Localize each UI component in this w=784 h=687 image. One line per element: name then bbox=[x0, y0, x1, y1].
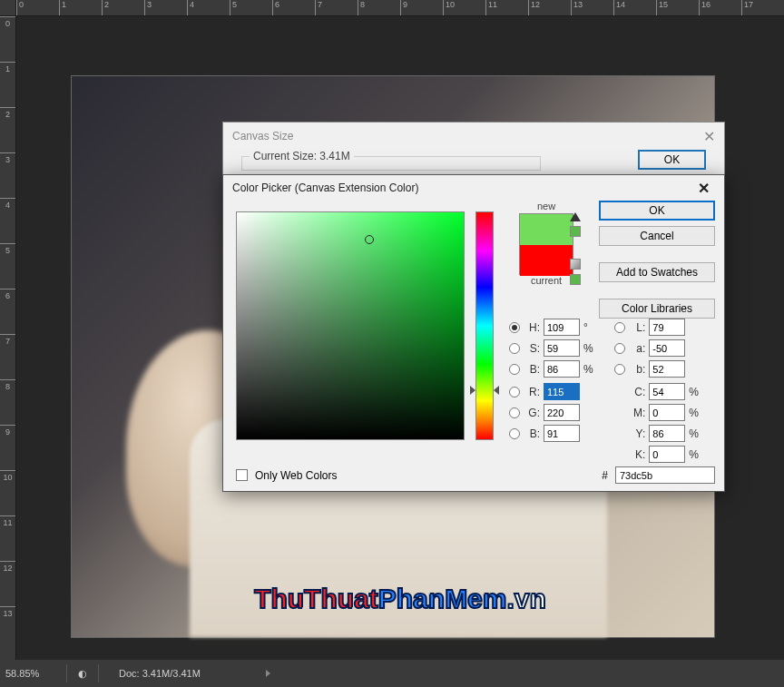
color-field[interactable] bbox=[236, 211, 465, 440]
ruler-tick: 11 bbox=[485, 0, 528, 15]
watermark-logo: ThuThuat PhanMem .vn bbox=[254, 584, 546, 614]
h-field[interactable] bbox=[544, 319, 580, 336]
ruler-tick: 9 bbox=[0, 425, 15, 470]
a-field[interactable] bbox=[649, 339, 685, 357]
ruler-tick: 5 bbox=[230, 0, 272, 15]
separator bbox=[98, 664, 99, 682]
b-field[interactable] bbox=[649, 360, 685, 378]
ruler-tick: 13 bbox=[571, 0, 613, 15]
r-field[interactable] bbox=[544, 383, 580, 400]
ruler-tick: 8 bbox=[0, 379, 15, 425]
g-radio[interactable] bbox=[509, 407, 520, 418]
bv-radio[interactable] bbox=[509, 364, 520, 375]
current-size-label: Current Size: 3.41M bbox=[250, 150, 354, 162]
m-field[interactable] bbox=[649, 404, 685, 421]
status-icon[interactable]: ◐ bbox=[78, 668, 87, 680]
b-radio[interactable] bbox=[614, 364, 625, 375]
websafe-swatch-icon[interactable] bbox=[570, 274, 581, 285]
y-field[interactable] bbox=[649, 425, 685, 442]
ruler-tick: 8 bbox=[358, 0, 400, 15]
ruler-tick: 13 bbox=[0, 606, 15, 652]
ruler-tick: 10 bbox=[0, 470, 15, 515]
document-size[interactable]: Doc: 3.41M/3.41M bbox=[119, 668, 201, 679]
ruler-tick: 0 bbox=[0, 16, 15, 62]
ruler-tick: 2 bbox=[0, 107, 15, 152]
color-values-grid: H:° L: S:% a: B:% b: R: C:% G: M:% B: Y:… bbox=[509, 319, 717, 466]
color-picker-dialog: Color Picker (Canvas Extension Color) ✕ … bbox=[222, 174, 725, 492]
ruler-tick: 0 bbox=[16, 0, 59, 15]
dialog-title: Canvas Size bbox=[232, 130, 293, 142]
color-libraries-button[interactable]: Color Libraries bbox=[599, 299, 715, 319]
bv-field[interactable] bbox=[544, 360, 580, 378]
status-bar: 58.85% ◐ Doc: 3.41M/3.41M bbox=[0, 660, 784, 687]
bb-radio[interactable] bbox=[509, 428, 520, 439]
current-color-swatch[interactable] bbox=[520, 245, 573, 276]
titlebar[interactable]: Canvas Size ✕ bbox=[223, 123, 724, 150]
gamut-swatch-icon[interactable] bbox=[570, 226, 581, 237]
s-field[interactable] bbox=[544, 339, 580, 357]
cancel-button[interactable]: Cancel bbox=[599, 226, 715, 246]
ruler-tick: 15 bbox=[656, 0, 699, 15]
hex-field[interactable] bbox=[615, 466, 715, 484]
c-field[interactable] bbox=[649, 383, 685, 400]
ruler-tick: 1 bbox=[59, 0, 102, 15]
ruler-vertical: 0 1 2 3 4 5 6 7 8 9 10 11 12 13 bbox=[0, 16, 16, 660]
k-field[interactable] bbox=[649, 446, 685, 463]
ruler-tick: 14 bbox=[613, 0, 656, 15]
ruler-tick: 12 bbox=[528, 0, 571, 15]
dialog-title: Color Picker (Canvas Extension Color) bbox=[232, 182, 418, 194]
color-picker-buttons: OK Cancel Add to Swatches Color Librarie… bbox=[599, 201, 715, 319]
blue-field[interactable] bbox=[544, 425, 580, 442]
gamut-icons bbox=[570, 212, 581, 285]
close-icon[interactable]: ✕ bbox=[692, 178, 715, 199]
websafe-cube-icon[interactable] bbox=[570, 259, 581, 270]
status-menu-icon[interactable] bbox=[266, 670, 270, 677]
ruler-tick: 12 bbox=[0, 561, 15, 606]
zoom-level[interactable]: 58.85% bbox=[5, 668, 55, 679]
ok-button[interactable]: OK bbox=[599, 201, 715, 221]
ruler-tick: 1 bbox=[0, 62, 15, 107]
gamut-warning-icon[interactable] bbox=[570, 212, 581, 221]
new-color-swatch[interactable] bbox=[520, 214, 573, 245]
r-radio[interactable] bbox=[509, 387, 520, 397]
ruler-tick: 4 bbox=[0, 198, 15, 243]
hex-label: # bbox=[602, 469, 608, 482]
ruler-tick: 7 bbox=[315, 0, 358, 15]
watermark-part: ThuThuat bbox=[254, 584, 378, 614]
ruler-tick: 7 bbox=[0, 334, 15, 379]
hex-row: Only Web Colors # bbox=[236, 466, 715, 484]
ruler-tick: 6 bbox=[272, 0, 315, 15]
l-field[interactable] bbox=[649, 319, 685, 336]
ruler-tick: 3 bbox=[0, 152, 15, 198]
hue-arrow-right-icon bbox=[494, 386, 499, 395]
ruler-tick: 10 bbox=[443, 0, 485, 15]
hue-arrow-left-icon bbox=[470, 386, 475, 395]
watermark-part: .vn bbox=[506, 584, 545, 614]
ruler-tick: 6 bbox=[0, 289, 15, 334]
only-web-colors-label: Only Web Colors bbox=[255, 469, 337, 482]
add-to-swatches-button[interactable]: Add to Swatches bbox=[599, 262, 715, 282]
ruler-tick: 16 bbox=[699, 0, 741, 15]
ruler-tick: 17 bbox=[741, 0, 784, 15]
ruler-tick: 4 bbox=[187, 0, 230, 15]
only-web-colors-checkbox[interactable] bbox=[236, 469, 248, 481]
ruler-tick: 5 bbox=[0, 243, 15, 289]
a-radio[interactable] bbox=[614, 343, 625, 354]
g-field[interactable] bbox=[544, 404, 580, 421]
ruler-tick: 9 bbox=[400, 0, 443, 15]
ruler-tick: 11 bbox=[0, 515, 15, 561]
s-radio[interactable] bbox=[509, 343, 520, 354]
l-radio[interactable] bbox=[614, 322, 625, 333]
ruler-horizontal: 0 1 2 3 4 5 6 7 8 9 10 11 12 13 14 15 16… bbox=[16, 0, 784, 16]
new-label: new bbox=[510, 201, 583, 211]
hue-slider[interactable] bbox=[475, 211, 494, 440]
titlebar[interactable]: Color Picker (Canvas Extension Color) ✕ bbox=[223, 175, 724, 201]
ruler-corner bbox=[0, 0, 16, 16]
h-radio[interactable] bbox=[509, 322, 520, 333]
canvas-ok-button[interactable]: OK bbox=[638, 150, 706, 170]
current-size-fieldset: Current Size: 3.41M bbox=[241, 150, 541, 171]
close-icon[interactable]: ✕ bbox=[703, 128, 715, 145]
ruler-tick: 3 bbox=[144, 0, 187, 15]
ruler-tick: 2 bbox=[102, 0, 144, 15]
separator bbox=[66, 664, 67, 682]
